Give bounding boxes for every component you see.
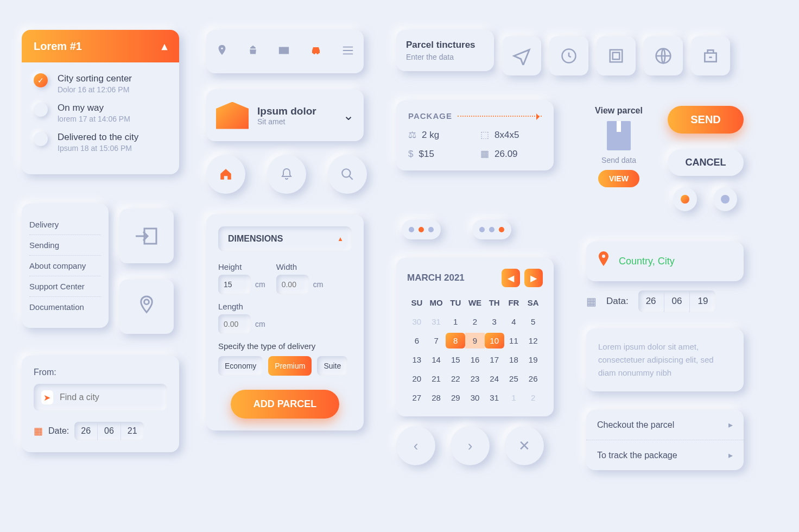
ipsum-card[interactable]: Ipsum dolor Sit amet ⌄: [206, 90, 364, 141]
tracking-card: Lorem #1 ▴ ✓ City sorting center Dolor 1…: [22, 30, 179, 174]
calendar-day[interactable]: 6: [407, 333, 427, 349]
calendar-day[interactable]: 4: [504, 314, 524, 330]
pin-icon[interactable]: [216, 44, 228, 59]
calendar-day[interactable]: 12: [523, 333, 543, 349]
calendar-day[interactable]: 13: [407, 352, 427, 368]
width-input[interactable]: [276, 275, 309, 294]
cal-next[interactable]: ▶: [524, 269, 543, 287]
car-icon[interactable]: [309, 45, 322, 59]
city-input-wrap[interactable]: ➤: [34, 384, 167, 411]
tracking-title: Lorem #1: [34, 40, 82, 53]
calendar-day[interactable]: 25: [504, 371, 524, 387]
delivery-premium[interactable]: Premium: [268, 356, 312, 376]
search-button[interactable]: [328, 155, 367, 194]
cal-prev[interactable]: ◀: [502, 269, 520, 287]
calendar-day[interactable]: 26: [523, 371, 543, 387]
delivery-economy[interactable]: Economy: [218, 356, 263, 376]
calendar-day[interactable]: 31: [485, 390, 504, 406]
date-segments[interactable]: 26 06 21: [74, 422, 143, 440]
calendar-day[interactable]: 10: [485, 333, 504, 349]
calendar-day[interactable]: 27: [407, 390, 427, 406]
location-field[interactable]: Country, City: [586, 242, 744, 281]
calendar-day[interactable]: 22: [446, 371, 465, 387]
dimensions-header[interactable]: DIMENSIONS ▴: [218, 226, 352, 251]
pkg-dims: 8x4x5: [494, 130, 519, 141]
data-segments[interactable]: 26 06 19: [638, 290, 716, 312]
city-input[interactable]: [60, 392, 160, 402]
step-dot: [34, 132, 48, 146]
calendar-day[interactable]: 15: [446, 352, 465, 368]
plane-icon[interactable]: [502, 36, 541, 75]
date-icon: ▦: [480, 148, 489, 160]
calendar-day[interactable]: 17: [485, 352, 504, 368]
menu-item[interactable]: About company: [29, 256, 101, 276]
calendar-day[interactable]: 29: [446, 390, 465, 406]
dollar-icon: $: [408, 149, 413, 160]
calendar-day[interactable]: 1: [446, 314, 465, 330]
chevron-right-icon: ▸: [728, 420, 733, 430]
calendar-day[interactable]: 24: [485, 371, 504, 387]
calendar-day[interactable]: 28: [427, 390, 446, 406]
send-button[interactable]: SEND: [668, 106, 744, 134]
calendar-day[interactable]: 31: [427, 314, 446, 330]
step-title: On my way: [58, 103, 130, 113]
calendar-day[interactable]: 7: [427, 333, 446, 349]
height-input[interactable]: 15: [218, 275, 251, 294]
menu-item[interactable]: Documentation: [29, 297, 101, 317]
calendar-day[interactable]: 9: [465, 333, 485, 349]
calendar-day[interactable]: 23: [465, 371, 485, 387]
add-parcel-button[interactable]: ADD PARCEL: [231, 390, 339, 419]
globe-icon[interactable]: [644, 36, 683, 75]
radio-blue[interactable]: [713, 187, 737, 211]
calendar-day[interactable]: 1: [504, 390, 524, 406]
package-icon[interactable]: [597, 36, 636, 75]
cancel-button[interactable]: CANCEL: [668, 149, 744, 176]
view-button[interactable]: VIEW: [598, 170, 639, 187]
step-sub: Ipsum 18 at 15:06 PM: [58, 144, 138, 153]
menu-item[interactable]: Sending: [29, 235, 101, 256]
pager-1[interactable]: [402, 220, 441, 239]
calendar-title: MARCH 2021: [407, 273, 465, 283]
length-input[interactable]: [218, 314, 251, 334]
calendar-day[interactable]: 8: [446, 333, 465, 349]
cta-checkout[interactable]: Checkout the parcel▸: [586, 410, 744, 440]
calendar-day[interactable]: 19: [523, 352, 543, 368]
calendar-day[interactable]: 11: [504, 333, 524, 349]
calendar-day[interactable]: 30: [465, 390, 485, 406]
login-button[interactable]: [119, 209, 174, 263]
chevron-down-icon[interactable]: ⌄: [343, 108, 354, 123]
calendar-day[interactable]: 30: [407, 314, 427, 330]
prev-button[interactable]: ‹: [396, 426, 435, 465]
next-button[interactable]: ›: [451, 426, 490, 465]
pager-2[interactable]: [472, 220, 511, 239]
cta-track[interactable]: To track the package▸: [586, 440, 744, 470]
menu-icon[interactable]: [342, 45, 354, 59]
menu-item[interactable]: Support Center: [29, 276, 101, 297]
calendar-day[interactable]: 5: [523, 314, 543, 330]
collapse-icon[interactable]: ▴: [339, 235, 342, 243]
location-button[interactable]: [119, 280, 174, 334]
bell-button[interactable]: [267, 155, 306, 194]
collapse-icon[interactable]: ▴: [162, 40, 167, 53]
home-button[interactable]: [206, 155, 245, 194]
bag-icon[interactable]: [248, 45, 258, 59]
delivery-suite[interactable]: Suite: [317, 356, 347, 376]
calendar-day[interactable]: 14: [427, 352, 446, 368]
scale-icon[interactable]: [691, 36, 730, 75]
menu-item[interactable]: Delivery: [29, 214, 101, 235]
calendar-day[interactable]: 2: [523, 390, 543, 406]
clock-icon[interactable]: [549, 36, 588, 75]
step-title: Delivered to the city: [58, 132, 138, 143]
calendar-day[interactable]: 3: [485, 314, 504, 330]
calendar-day[interactable]: 18: [504, 352, 524, 368]
calendar-day[interactable]: 21: [427, 371, 446, 387]
tracking-header[interactable]: Lorem #1 ▴: [22, 30, 179, 62]
radio-orange[interactable]: [673, 187, 697, 211]
calendar-day[interactable]: 20: [407, 371, 427, 387]
close-button[interactable]: ✕: [505, 426, 544, 465]
calendar-icon[interactable]: ▦: [34, 425, 43, 437]
calendar-day[interactable]: 2: [465, 314, 485, 330]
calendar-day[interactable]: 16: [465, 352, 485, 368]
mail-icon[interactable]: [278, 45, 290, 59]
step-dot: ✓: [34, 73, 48, 87]
